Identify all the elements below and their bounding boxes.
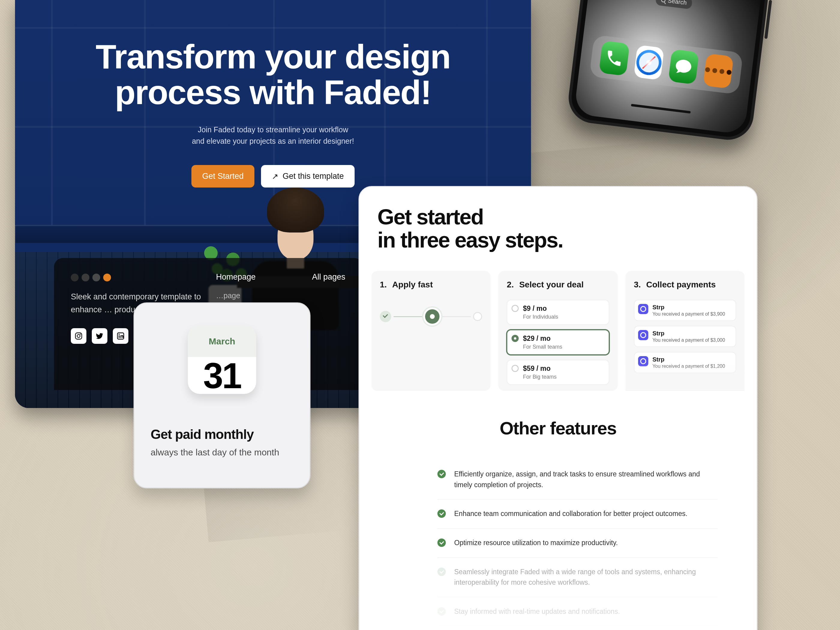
step3-num: 3. <box>634 280 641 289</box>
get-template-label: Get this template <box>283 172 344 181</box>
messages-app-icon[interactable] <box>668 49 699 84</box>
payment-msg: You received a payment of $3,000 <box>652 338 731 343</box>
hero-cta-row: Get Started ↗ Get this template <box>15 165 531 188</box>
link-homepage[interactable]: Homepage <box>216 272 256 282</box>
radio-icon <box>512 365 519 372</box>
list-item: Optimize resource utilization to maximiz… <box>437 529 718 558</box>
check-icon <box>437 509 446 518</box>
calendar-day: 31 <box>188 357 256 394</box>
stepper-todo-icon <box>473 312 482 321</box>
steps-row: 1. Apply fast 2. Select your deal $9 / m… <box>371 271 745 391</box>
check-icon <box>437 538 446 547</box>
feature-text: Optimize resource utilization to maximiz… <box>454 538 618 548</box>
arrow-up-right-icon: ↗ <box>272 172 278 180</box>
feature-list: Efficiently organize, assign, and track … <box>437 460 718 626</box>
twitter-icon[interactable] <box>92 328 107 344</box>
plan-individual[interactable]: $9 / mo For Individuals <box>507 300 609 325</box>
step-select-deal: 2. Select your deal $9 / mo For Individu… <box>498 271 617 391</box>
plan-audience: For Small teams <box>523 344 603 350</box>
step1-num: 1. <box>380 280 387 289</box>
svg-point-5 <box>118 334 120 335</box>
list-item: Seamlessly integrate Faded with a wide r… <box>437 558 718 597</box>
plan-audience: For Big teams <box>523 374 603 380</box>
calendar-month: March <box>188 325 256 357</box>
steps-panel: Get started in three easy steps. 1. Appl… <box>358 186 758 630</box>
steps-title: Get started in three easy steps. <box>377 205 563 252</box>
payment-name: Strp <box>652 356 731 363</box>
linkedin-icon[interactable] <box>113 328 128 344</box>
get-paid-sub: always the last day of the month <box>151 447 294 458</box>
svg-point-2 <box>80 334 81 335</box>
list-item: Efficiently organize, assign, and track … <box>437 460 718 499</box>
iphone-mockup: Search <box>566 0 772 143</box>
plan-big-teams[interactable]: $59 / mo For Big teams <box>507 360 609 385</box>
plan-price: $9 / mo <box>523 305 603 313</box>
get-template-button[interactable]: ↗ Get this template <box>261 165 355 188</box>
dock <box>589 35 743 95</box>
other-features-title: Other features <box>359 418 756 439</box>
payment-name: Strp <box>652 330 731 337</box>
svg-rect-0 <box>76 333 82 339</box>
feature-text: Enhance team communication and collabora… <box>454 508 687 519</box>
feature-text: Seamlessly integrate Faded with a wide r… <box>454 567 718 588</box>
list-item: Enhance team communication and collabora… <box>437 499 718 529</box>
radio-icon <box>512 305 519 312</box>
step3-label: Collect payments <box>646 280 716 289</box>
get-paid-card: March 31 Get paid monthly always the las… <box>134 302 311 488</box>
home-indicator <box>631 104 691 114</box>
hero-title-line1: Transform your design <box>96 38 450 76</box>
feature-text: Efficiently organize, assign, and track … <box>454 469 718 490</box>
search-label: Search <box>668 0 687 6</box>
step-collect-payments: 3. Collect payments Strp You received a … <box>625 271 745 391</box>
app-stack-icon[interactable] <box>703 54 734 89</box>
stripe-icon <box>638 304 648 314</box>
phone-body: Search <box>566 0 772 143</box>
stepper <box>380 308 482 325</box>
hero-title: Transform your design process with Faded… <box>15 39 531 110</box>
payment-name: Strp <box>652 304 731 311</box>
plan-audience: For Individuals <box>523 314 603 320</box>
svg-point-1 <box>77 335 80 338</box>
check-icon <box>437 568 446 576</box>
instagram-icon[interactable] <box>71 328 87 344</box>
hero-title-line2: process with Faded! <box>115 74 431 111</box>
payment-row: Strp You received a payment of $3,900 <box>634 300 736 321</box>
safari-app-icon[interactable] <box>633 45 664 80</box>
list-item: Stay informed with real-time updates and… <box>437 597 718 627</box>
feature-text: Stay informed with real-time updates and… <box>454 606 620 617</box>
step1-label: Apply fast <box>392 280 433 289</box>
plan-price: $59 / mo <box>523 365 603 373</box>
plan-price: $29 / mo <box>523 335 603 343</box>
phone-screen: Search <box>573 0 764 135</box>
stepper-active-icon <box>425 309 439 324</box>
check-icon <box>437 470 446 478</box>
svg-rect-4 <box>119 335 120 338</box>
step2-label: Select your deal <box>519 280 584 289</box>
plan-small-teams[interactable]: $29 / mo For Small teams <box>507 330 609 355</box>
stripe-icon <box>638 330 648 340</box>
color-dots <box>71 273 346 281</box>
get-paid-title: Get paid monthly <box>151 427 294 442</box>
footer-col-2: All pages <box>312 272 345 282</box>
stepper-done-icon <box>380 311 391 322</box>
hero-subtitle: Join Faded today to streamline your work… <box>15 124 531 147</box>
phone-app-icon[interactable] <box>599 41 630 76</box>
calendar-badge: March 31 <box>188 325 256 394</box>
step-apply: 1. Apply fast <box>371 271 491 391</box>
search-icon <box>661 0 666 2</box>
link-all-pages[interactable]: All pages <box>312 272 345 282</box>
get-started-button[interactable]: Get Started <box>191 165 254 188</box>
check-icon <box>437 607 446 616</box>
link-page[interactable]: …page <box>216 291 256 300</box>
ios-search[interactable]: Search <box>655 0 693 9</box>
step2-num: 2. <box>507 280 513 289</box>
payment-row: Strp You received a payment of $3,000 <box>634 326 736 347</box>
radio-selected-icon <box>512 335 519 342</box>
payment-msg: You received a payment of $3,900 <box>652 311 731 317</box>
